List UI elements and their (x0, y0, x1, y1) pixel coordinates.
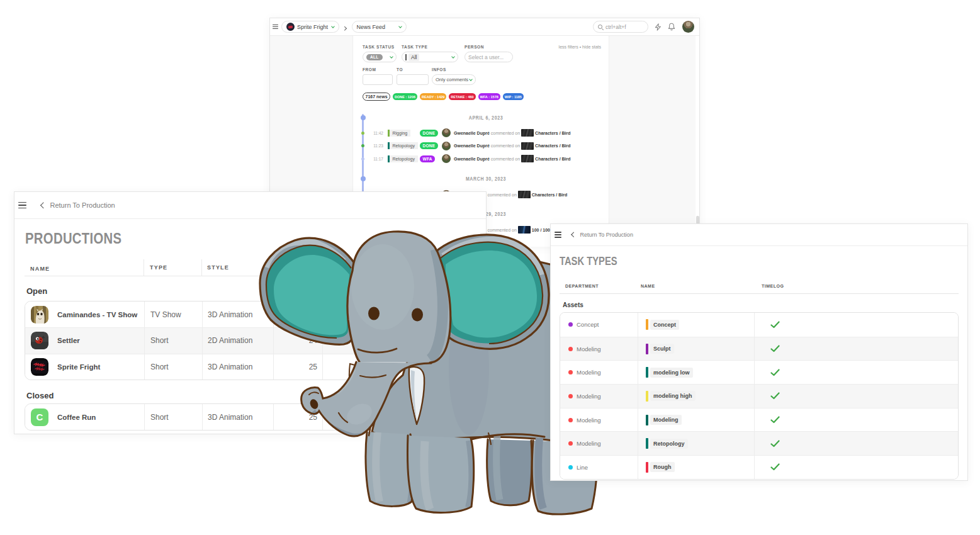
department-dot (568, 322, 573, 327)
feed-entry: 11:23 Retopology DONE Gwenaelle Dupré co… (353, 140, 609, 152)
stats-badges: 7167 news DONE : 1206 READY : 1429 RETAK… (363, 93, 524, 101)
from-input[interactable] (363, 74, 393, 85)
avatar (442, 128, 451, 137)
department-label: Modeling (577, 393, 601, 400)
quick-actions-button[interactable] (655, 23, 662, 31)
check-icon (770, 416, 780, 424)
task-status-label: TASK STATUS (363, 45, 395, 49)
section-open: Open (26, 286, 47, 296)
menu-icon[interactable] (18, 202, 26, 209)
from-label: FROM (363, 67, 376, 72)
to-input[interactable] (397, 74, 429, 85)
task-type-row[interactable]: Modeling Retopology (560, 431, 958, 455)
task-label: Retopology (390, 155, 418, 162)
task-type-name: Concept (650, 320, 679, 330)
search-input[interactable]: ctrl+alt+f (593, 21, 648, 33)
task-type-name: Rough (650, 462, 675, 472)
menu-icon[interactable] (273, 25, 278, 29)
task-label: Retopology (390, 142, 418, 149)
entry-action: commented on (491, 157, 520, 161)
chevron-left-icon (572, 232, 577, 237)
wfa-badge[interactable]: WFA : 1578 (478, 93, 500, 100)
infos-select[interactable]: Only comments (432, 74, 476, 85)
task-type-name: Retopology (650, 439, 688, 449)
avatar (442, 142, 451, 150)
entry-thumbnail[interactable] (521, 129, 534, 137)
back-to-production-link[interactable]: Return To Production (572, 232, 633, 238)
page-title: PRODUCTIONS (25, 232, 121, 246)
entry-target[interactable]: Characters / Bird (535, 157, 570, 161)
task-type-chip[interactable]: Rigging (388, 130, 410, 137)
production-style: 3D Animation (208, 310, 252, 319)
task-type-row[interactable]: Modeling Sculpt (560, 337, 958, 361)
task-types-table-header: DEPARTMENT NAME TIMELOG (560, 282, 959, 294)
notifications-button[interactable] (668, 23, 675, 31)
timeline-dot (361, 132, 364, 135)
entry-time: 11:23 (371, 144, 383, 148)
status-badge: WFA (420, 155, 435, 162)
feed-date-row: MARCH 30, 2023 (353, 172, 609, 185)
production-name: Coffee Run (57, 414, 96, 421)
task-label: Rigging (390, 130, 411, 137)
back-to-production-link[interactable]: Return To Production (42, 201, 115, 209)
entry-thumbnail[interactable] (521, 142, 534, 150)
entry-user[interactable]: Gwenaelle Dupré (454, 131, 490, 135)
task-type-row[interactable]: Modeling Modeling (560, 408, 958, 432)
task-type-chip[interactable]: Retopology (388, 142, 418, 149)
task-type-row[interactable]: Concept Concept (560, 313, 958, 337)
check-icon (770, 440, 780, 448)
task-type-select[interactable]: All (402, 52, 458, 62)
back-label: Return To Production (580, 232, 633, 238)
section-select[interactable]: News Feed (352, 21, 407, 33)
feed-date: MARCH 30, 2023 (466, 176, 506, 182)
production-style: 3D Animation (208, 363, 252, 371)
entry-target[interactable]: Characters / Bird (532, 193, 567, 197)
department-dot (568, 347, 573, 351)
entry-user[interactable]: Gwenaelle Dupré (454, 144, 490, 148)
person-label: PERSON (465, 45, 484, 49)
wip-badge[interactable]: WIP : 1185 (503, 93, 524, 100)
check-icon (770, 463, 780, 471)
to-label: TO (397, 67, 403, 72)
timeline-dot (361, 176, 366, 181)
menu-icon[interactable] (555, 232, 561, 238)
task-type-row[interactable]: Modeling modeling low (560, 360, 958, 384)
person-placeholder: Select a user... (468, 54, 504, 60)
department-dot (568, 465, 573, 470)
task-type-row[interactable]: Modeling modeling high (560, 384, 958, 408)
productions-topbar: Return To Production (14, 192, 486, 219)
department-label: Concept (577, 321, 599, 328)
section-closed: Closed (26, 391, 54, 400)
scrollbar[interactable] (696, 36, 699, 247)
entry-target[interactable]: Characters / Bird (535, 131, 570, 135)
task-status-select[interactable]: ALL (363, 52, 397, 62)
news-count-badge[interactable]: 7167 news (363, 93, 390, 101)
entry-thumbnail[interactable] (518, 191, 531, 198)
timeline-dot (361, 144, 364, 147)
task-type-value: All (408, 54, 419, 61)
timeline-dot (361, 157, 364, 160)
check-icon (770, 321, 780, 329)
task-color-bar (646, 367, 648, 378)
entry-text: Gwenaelle Dupré commented on Characters … (454, 129, 571, 137)
user-avatar[interactable] (682, 21, 694, 33)
task-type-row[interactable]: Line Rough (560, 455, 958, 479)
person-input[interactable]: Select a user... (465, 52, 513, 62)
task-type-name: Sculpt (650, 344, 674, 354)
done-badge[interactable]: DONE : 1206 (393, 93, 417, 100)
feed-date-row: APRIL 6, 2023 (353, 111, 609, 124)
chevron-down-icon (390, 55, 393, 59)
entry-target[interactable]: Characters / Bird (535, 144, 570, 148)
check-icon (770, 392, 780, 400)
entry-user[interactable]: Gwenaelle Dupré (454, 157, 490, 161)
bell-icon (668, 23, 675, 31)
production-type: Short (150, 336, 169, 345)
production-type: Short (150, 363, 169, 371)
less-filters-link[interactable]: less filters • hide stats (559, 45, 601, 49)
column-type: TYPE (150, 264, 167, 271)
ready-badge[interactable]: READY : 1429 (420, 93, 446, 100)
retake-badge[interactable]: RETAKE : 460 (449, 93, 475, 100)
task-type-chip[interactable]: Retopology (388, 155, 418, 162)
entry-thumbnail[interactable] (521, 155, 534, 162)
production-select[interactable]: Sprite Fright (281, 21, 339, 33)
